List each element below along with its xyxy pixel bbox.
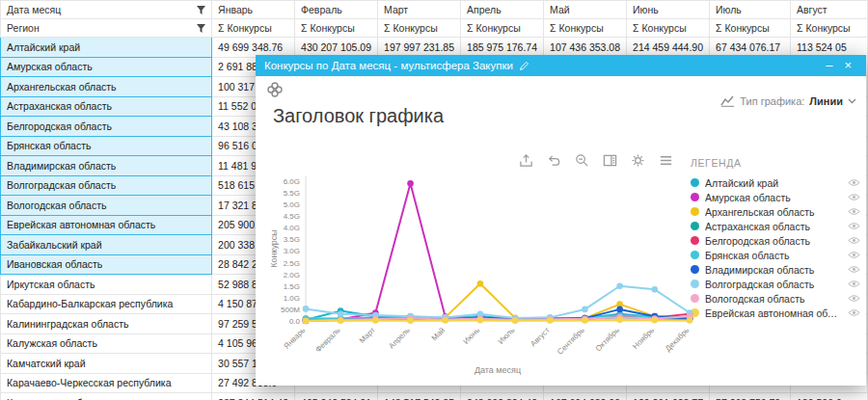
legend-item[interactable]: Вологодская область <box>691 291 860 306</box>
value-cell[interactable]: 67 434 076.17 <box>710 38 791 58</box>
month-header[interactable]: Февраль <box>295 1 378 19</box>
region-cell[interactable]: Амурская область <box>1 57 212 77</box>
month-header[interactable]: Апрель <box>461 1 544 19</box>
value-cell[interactable]: 57 268 756.70 <box>710 393 791 400</box>
eye-icon[interactable] <box>848 294 860 303</box>
value-cell[interactable]: 405 242 584.21 <box>295 393 378 400</box>
region-cell[interactable]: Еврейская автономная область <box>1 215 212 235</box>
region-cell[interactable]: Забайкальский край <box>1 235 212 255</box>
legend-label: Брянская область <box>705 250 842 261</box>
line-chart[interactable]: 0.0500M1.0G1.5G2.0G2.5G3.0G3.5G4.0G4.5G5… <box>265 169 709 383</box>
eye-icon[interactable] <box>848 222 860 230</box>
measure-header[interactable]: Σ Конкурсы <box>544 19 627 38</box>
dialog-titlebar[interactable]: Конкурсы по Дата месяц - мультисфера Зак… <box>256 55 866 76</box>
region-cell[interactable]: Калининградская область <box>1 314 212 334</box>
undo-icon[interactable] <box>547 153 561 168</box>
month-header[interactable]: Январь <box>212 1 295 19</box>
month-header[interactable]: Май <box>544 1 627 19</box>
gear-icon[interactable] <box>631 153 645 168</box>
value-cell[interactable]: 49 699 348.76 <box>212 38 295 58</box>
measure-header[interactable]: Σ Конкурсы <box>378 19 461 38</box>
measure-header[interactable]: Σ Конкурсы <box>710 19 791 38</box>
eye-icon[interactable] <box>848 308 860 317</box>
table-panel-icon[interactable] <box>603 153 617 168</box>
legend-item[interactable]: Еврейская автономная область <box>691 306 860 320</box>
value-cell[interactable]: 237 344 514.42 <box>212 393 295 400</box>
region-cell[interactable]: Брянская область <box>1 136 212 156</box>
measure-header[interactable]: Σ Конкурсы <box>627 19 710 38</box>
eye-icon[interactable] <box>848 236 860 245</box>
region-cell[interactable]: Карачаево-Черкесская республика <box>1 373 212 393</box>
eye-icon[interactable] <box>848 178 860 187</box>
minimize-button[interactable]: – <box>820 55 838 76</box>
legend-item[interactable]: Белгородская область <box>691 233 860 248</box>
measure-header[interactable]: Σ Конкурсы <box>295 19 378 38</box>
value-cell[interactable]: 180 506 0 <box>791 393 868 400</box>
legend-item[interactable]: Астраханская область <box>691 219 860 233</box>
svg-text:Май: Май <box>430 326 447 342</box>
column-header-region[interactable]: Регион <box>1 19 212 38</box>
region-cell[interactable]: Ивановская область <box>1 254 212 275</box>
eye-icon[interactable] <box>848 251 860 259</box>
value-cell[interactable]: 248 002 824.42 <box>461 393 544 400</box>
eye-icon[interactable] <box>848 265 860 274</box>
zoom-out-icon[interactable] <box>575 153 589 168</box>
chart-type-selector[interactable]: Тип графика: Линии <box>720 95 856 107</box>
eye-icon[interactable] <box>848 280 860 288</box>
legend-item[interactable]: Амурская область <box>691 190 860 204</box>
month-header[interactable]: Июнь <box>627 1 710 19</box>
column-header-date-month[interactable]: Дата месяц <box>1 1 212 19</box>
region-cell[interactable]: Иркутская область <box>1 275 212 295</box>
chart-type-label: Тип графика: <box>740 95 804 107</box>
legend-label: Еврейская автономная область <box>705 307 842 319</box>
region-cell[interactable]: Вологодская область <box>1 196 212 216</box>
svg-text:Июль: Июль <box>497 326 517 346</box>
eye-icon[interactable] <box>848 193 860 201</box>
region-cell[interactable]: Кемеровская область <box>1 393 212 400</box>
measure-header[interactable]: Σ Конкурсы <box>212 19 295 38</box>
legend-item[interactable]: Владимирская область <box>691 262 860 277</box>
dialog-body: Тип графика: Линии Заголовок графика <box>256 76 866 386</box>
measure-header[interactable]: Σ Конкурсы <box>461 19 544 38</box>
region-cell[interactable]: Камчатский край <box>1 354 212 374</box>
svg-text:Ноябрь: Ноябрь <box>631 326 656 351</box>
chart-title: Заголовок графика <box>273 105 444 127</box>
date-month-label: Дата месяц <box>7 4 197 15</box>
region-cell[interactable]: Астраханская область <box>1 96 212 117</box>
region-cell[interactable]: Волгоградская область <box>1 175 212 196</box>
legend-item[interactable]: Архангельская область <box>691 204 860 219</box>
region-cell[interactable]: Владимирская область <box>1 156 212 176</box>
value-cell[interactable]: 197 997 231.85 <box>378 38 461 58</box>
month-header[interactable]: Июль <box>710 1 791 19</box>
value-cell[interactable]: 214 459 444.90 <box>627 38 710 58</box>
value-cell[interactable]: 430 207 105.09 <box>295 38 378 58</box>
legend-item[interactable]: Волгоградская область <box>691 277 860 291</box>
export-icon[interactable] <box>519 153 533 168</box>
measure-header[interactable]: Σ Конкурсы <box>791 19 868 38</box>
month-header[interactable]: Август <box>791 1 868 19</box>
legend-item[interactable]: Алтайский край <box>691 175 860 190</box>
svg-text:2.5G: 2.5G <box>284 259 300 268</box>
filter-icon[interactable] <box>197 6 205 14</box>
svg-text:Сентябрь: Сентябрь <box>556 326 586 357</box>
value-cell[interactable]: 143 517 542.85 <box>378 393 461 400</box>
legend-item[interactable]: Брянская область <box>691 248 860 262</box>
region-cell[interactable]: Калужская область <box>1 333 212 354</box>
region-cell[interactable]: Кабардино-Балкарская республика <box>1 294 212 314</box>
value-cell[interactable]: 167 604 082.00 <box>544 393 627 400</box>
svg-text:4.5G: 4.5G <box>284 212 300 221</box>
edit-title-icon[interactable] <box>519 61 529 71</box>
month-header[interactable]: Март <box>378 1 461 19</box>
value-cell[interactable]: 113 524 05 <box>791 38 868 58</box>
eye-icon[interactable] <box>848 207 860 216</box>
region-cell[interactable]: Архангельская область <box>1 77 212 97</box>
filter-icon[interactable] <box>197 24 205 33</box>
region-cell[interactable]: Алтайский край <box>1 38 212 58</box>
value-cell[interactable]: 107 436 353.08 <box>544 38 627 58</box>
close-button[interactable]: × <box>838 55 857 76</box>
list-icon[interactable] <box>659 153 673 168</box>
region-cell[interactable]: Белгородская область <box>1 117 212 137</box>
value-cell[interactable]: 129 261 028.77 <box>627 393 710 400</box>
measure-header-row: Регион Σ КонкурсыΣ КонкурсыΣ КонкурсыΣ К… <box>1 19 868 38</box>
value-cell[interactable]: 185 975 176.74 <box>461 38 544 58</box>
